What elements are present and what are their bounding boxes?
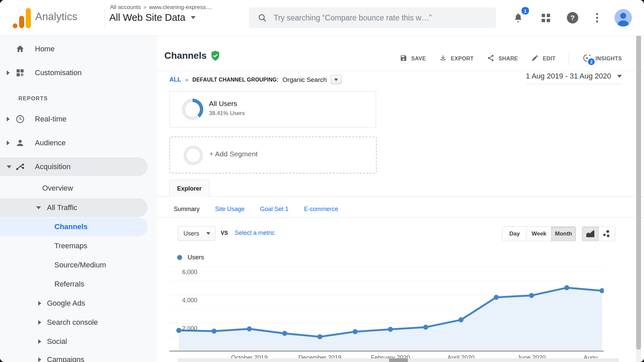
metric-controls-row: Users VS Select a metric DayWeekMonth <box>157 223 644 244</box>
segment-subtitle: 38.41% Users <box>209 110 245 117</box>
help-icon: ? <box>567 12 578 23</box>
collapse-arrow-icon[interactable] <box>7 165 11 168</box>
verified-shield-icon <box>211 51 220 61</box>
expand-arrow-icon[interactable] <box>7 70 10 75</box>
sidebar-item-label: Google Ads <box>47 299 85 308</box>
grouping-separator: » <box>185 76 188 83</box>
segment-donut-chart <box>182 99 203 120</box>
sidebar-item-google-ads[interactable]: Google Ads <box>0 294 148 313</box>
granularity-day-button[interactable]: Day <box>502 227 527 241</box>
help-button[interactable]: ? <box>564 9 581 26</box>
sidebar-item-referrals[interactable]: Referrals <box>0 275 148 294</box>
insights-button[interactable]: 2INSIGHTS <box>583 54 622 64</box>
avatar[interactable] <box>614 9 632 27</box>
sidebar-item-acquisition[interactable]: Acquisition <box>0 157 148 176</box>
chevron-down-icon <box>206 232 210 235</box>
subtab-goal-set-1[interactable]: Goal Set 1 <box>260 206 288 213</box>
share-icon <box>487 54 494 63</box>
person-icon <box>15 138 25 148</box>
action-label: SAVE <box>411 56 426 62</box>
grouping-all-link[interactable]: ALL <box>169 76 181 83</box>
expand-arrow-icon[interactable] <box>38 339 41 344</box>
sidebar-item-campaigns[interactable]: Campaigns <box>0 350 148 362</box>
subtab-e-commerce[interactable]: E-commerce <box>304 206 338 213</box>
avatar-person-icon <box>614 9 632 27</box>
tab-divider <box>157 196 644 197</box>
save-icon <box>400 54 407 63</box>
expand-arrow-icon[interactable] <box>38 320 41 325</box>
search-bar[interactable] <box>249 7 496 28</box>
property-selector[interactable]: All Web Site Data <box>109 12 196 23</box>
breadcrumb-account[interactable]: All accounts <box>110 4 141 10</box>
sidebar-item-customisation[interactable]: Customisation <box>0 63 148 82</box>
sidebar-item-label: Referrals <box>54 280 84 289</box>
edit-icon <box>531 54 539 63</box>
legend-label: Users <box>187 254 204 261</box>
date-range-selector[interactable]: 1 Aug 2019 - 31 Aug 2020 <box>526 72 622 84</box>
expand-arrow-icon[interactable] <box>38 357 41 362</box>
breadcrumb-path[interactable]: www.cleaning-express.... <box>149 4 212 10</box>
vertical-scrollbar-thumb[interactable] <box>636 34 641 350</box>
actions-divider <box>569 52 569 66</box>
grouping-dropdown-button[interactable] <box>331 75 341 84</box>
page-title: Channels <box>164 50 220 61</box>
sidebar-item-label: Treemaps <box>54 242 87 250</box>
analytics-window: Analytics All accounts>www.cleaning-expr… <box>0 0 644 362</box>
granularity-month-button[interactable]: Month <box>551 227 576 241</box>
expand-arrow-icon[interactable] <box>38 301 41 306</box>
horizontal-scrollbar-thumb[interactable] <box>389 358 408 362</box>
sidebar-item-home[interactable]: Home <box>0 40 148 58</box>
metric-dropdown[interactable]: Users <box>178 226 215 241</box>
action-label: EDIT <box>543 56 555 62</box>
sidebar-item-audience[interactable]: Audience <box>0 134 148 152</box>
report-actions: SAVEEXPORTSHAREEDIT2INSIGHTS <box>400 52 622 66</box>
home-icon <box>15 44 25 54</box>
chart-canvas <box>169 267 604 351</box>
sidebar-item-label: Search console <box>47 318 98 327</box>
legend-dot-icon <box>177 255 182 260</box>
chevron-down-icon <box>191 16 196 19</box>
sidebar-item-source-medium[interactable]: Source/Medium <box>0 256 148 274</box>
add-segment-label: + Add Segment <box>209 150 258 158</box>
add-segment-card[interactable]: + Add Segment <box>169 137 377 173</box>
clock-icon <box>15 114 25 124</box>
channel-grouping-breadcrumb: ALL » DEFAULT CHANNEL GROUPING: Organic … <box>169 75 341 84</box>
chart-legend: Users <box>177 254 204 261</box>
expand-arrow-icon[interactable] <box>7 117 10 121</box>
more-menu-button[interactable] <box>589 9 605 26</box>
save-button[interactable]: SAVE <box>400 54 426 63</box>
breadcrumb: All accounts>www.cleaning-express.... <box>110 4 212 11</box>
subtab-summary[interactable]: Summary <box>174 206 200 213</box>
header-divider <box>105 7 105 28</box>
sidebar-item-channels[interactable]: Channels <box>0 217 148 236</box>
edit-button[interactable]: EDIT <box>531 54 555 63</box>
sidebar-item-real-time[interactable]: Real-time <box>0 110 148 128</box>
sidebar-item-search-console[interactable]: Search console <box>0 313 148 332</box>
sidebar-item-social[interactable]: Social <box>0 332 148 351</box>
tab-explorer[interactable]: Explorer <box>169 180 209 197</box>
logo-text[interactable]: Analytics <box>35 11 77 23</box>
line-chart-button[interactable] <box>582 227 599 241</box>
search-input[interactable] <box>273 13 493 23</box>
select-metric-link[interactable]: Select a metric <box>235 229 275 237</box>
apps-button[interactable] <box>537 9 554 26</box>
analytics-logo-icon[interactable] <box>13 8 31 28</box>
subtab-bar: SummarySite UsageGoal Set 1E-commerce <box>174 202 338 216</box>
sidebar-item-label: Real-time <box>35 115 66 123</box>
share-button[interactable]: SHARE <box>487 54 518 63</box>
export-button[interactable]: EXPORT <box>439 54 474 63</box>
vertical-dots-icon <box>596 13 598 22</box>
sidebar-item-all-traffic[interactable]: All Traffic <box>0 198 148 217</box>
granularity-week-button[interactable]: Week <box>527 227 551 241</box>
expand-arrow-icon[interactable] <box>7 141 10 145</box>
sidebar-item-overview[interactable]: Overview <box>0 179 148 198</box>
motion-chart-button[interactable] <box>599 227 615 241</box>
subtab-site-usage[interactable]: Site Usage <box>215 206 245 213</box>
y-axis-tick-label: 6,000 <box>182 269 197 276</box>
sidebar-item-treemaps[interactable]: Treemaps <box>0 237 148 255</box>
horizontal-scrollbar[interactable] <box>178 358 619 362</box>
action-label: INSIGHTS <box>595 56 622 62</box>
insights-count-badge: 2 <box>587 58 595 66</box>
segment-card-all-users[interactable]: All Users 38.41% Users <box>169 91 376 127</box>
collapse-arrow-icon[interactable] <box>36 206 41 209</box>
